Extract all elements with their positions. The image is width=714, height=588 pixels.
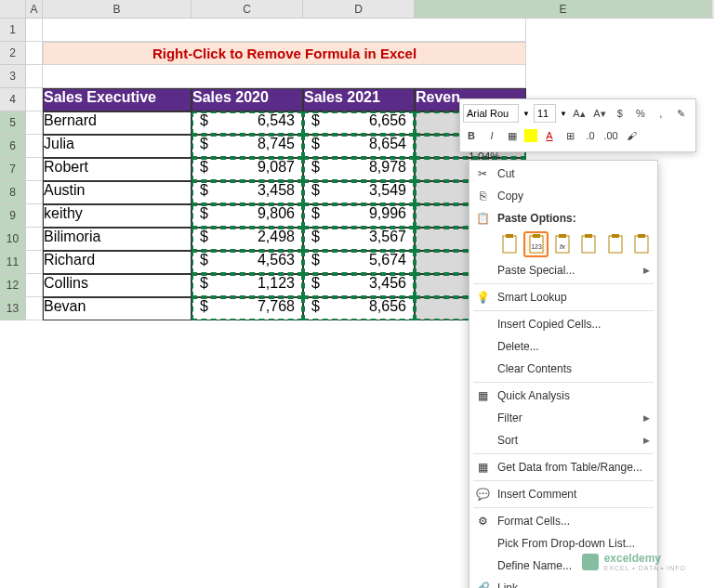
- corner-cell[interactable]: [0, 0, 26, 18]
- menu-format-cells[interactable]: ⚙Format Cells...: [469, 510, 657, 532]
- grid[interactable]: Right-Click to Remove Formula in Excel S…: [26, 19, 526, 320]
- currency-icon[interactable]: $: [612, 105, 628, 122]
- decrease-decimal-icon[interactable]: .0: [582, 127, 599, 144]
- row-header[interactable]: 13: [0, 297, 26, 320]
- increase-decimal-icon[interactable]: .00: [602, 127, 619, 144]
- table-row-s2020[interactable]: $2,498: [192, 228, 303, 251]
- menu-smart-lookup[interactable]: 💡Smart Lookup: [469, 286, 657, 308]
- border-icon[interactable]: ▦: [504, 127, 521, 144]
- fill-color-icon[interactable]: [524, 129, 537, 142]
- chevron-right-icon: ▶: [643, 413, 650, 423]
- row-header[interactable]: 6: [0, 135, 26, 158]
- row-header[interactable]: 8: [0, 181, 26, 204]
- col-header-d[interactable]: D: [303, 0, 415, 18]
- menu-delete[interactable]: Delete...: [469, 335, 657, 358]
- row-header[interactable]: 2: [0, 42, 26, 65]
- table-row-s2021[interactable]: $8,978: [303, 158, 415, 181]
- chevron-right-icon: ▶: [643, 266, 650, 275]
- separator: [473, 382, 654, 383]
- col-header-c[interactable]: C: [192, 0, 303, 18]
- table-row-s2021[interactable]: $3,456: [303, 274, 415, 297]
- paste-formulas-icon[interactable]: fx: [550, 231, 575, 257]
- table-row-name[interactable]: Julia: [43, 135, 192, 158]
- table-row-name[interactable]: Collins: [43, 274, 192, 297]
- row-header[interactable]: 7: [0, 158, 26, 181]
- table-row-s2020[interactable]: $4,563: [192, 251, 303, 274]
- increase-font-icon[interactable]: A▴: [571, 105, 588, 122]
- row-header[interactable]: 3: [0, 65, 26, 88]
- borders-icon[interactable]: ⊞: [562, 127, 578, 144]
- table-row-s2021[interactable]: $6,656: [303, 111, 415, 135]
- menu-filter[interactable]: Filter▶: [469, 407, 657, 429]
- table-row-s2020[interactable]: $1,123: [192, 274, 303, 297]
- percent-icon[interactable]: %: [632, 105, 649, 122]
- row-header[interactable]: 5: [0, 111, 26, 135]
- header-sales-2020[interactable]: Sales 2020: [192, 88, 303, 111]
- logo-icon: [582, 554, 599, 570]
- table-row-s2021[interactable]: $3,549: [303, 181, 415, 204]
- dropdown-icon[interactable]: ▼: [560, 110, 567, 118]
- table-row-name[interactable]: Bernard: [43, 111, 192, 135]
- paste-transpose-icon[interactable]: [576, 231, 601, 257]
- table-row-s2020[interactable]: $7,768: [192, 297, 303, 320]
- font-color-icon[interactable]: A: [541, 127, 558, 144]
- table-row-s2021[interactable]: $3,567: [303, 228, 415, 251]
- table-row-s2020[interactable]: $8,745: [192, 135, 303, 158]
- paste-link-icon[interactable]: [629, 231, 654, 257]
- italic-button[interactable]: I: [483, 127, 500, 144]
- header-sales-2021[interactable]: Sales 2021: [303, 88, 415, 111]
- table-row-s2020[interactable]: $9,806: [192, 204, 303, 228]
- header-executive[interactable]: Sales Executive: [43, 88, 192, 111]
- table-row-s2021[interactable]: $9,996: [303, 204, 415, 228]
- table-row-name[interactable]: Robert: [43, 158, 192, 181]
- table-row-s2020[interactable]: $9,087: [192, 158, 303, 181]
- menu-sort[interactable]: Sort▶: [469, 429, 657, 451]
- paste-normal-icon[interactable]: [497, 231, 522, 257]
- table-row-s2020[interactable]: $6,543: [192, 111, 303, 135]
- menu-insert-comment[interactable]: 💬Insert Comment: [469, 483, 657, 505]
- font-name-input[interactable]: [463, 104, 519, 123]
- decrease-font-icon[interactable]: A▾: [591, 105, 608, 122]
- row-header[interactable]: 1: [0, 19, 26, 42]
- dropdown-icon[interactable]: ▼: [522, 110, 530, 118]
- bold-button[interactable]: B: [463, 127, 480, 144]
- menu-link[interactable]: 🔗Link: [469, 577, 657, 588]
- title-cell[interactable]: Right-Click to Remove Formula in Excel: [43, 42, 526, 65]
- svg-rect-10: [609, 236, 622, 253]
- table-row-name[interactable]: keithy: [43, 204, 192, 228]
- menu-insert-copied[interactable]: Insert Copied Cells...: [469, 313, 657, 335]
- table-row-name[interactable]: Austin: [43, 181, 192, 204]
- table-row-s2020[interactable]: $3,458: [192, 181, 303, 204]
- format-painter-icon[interactable]: ✎: [673, 105, 690, 122]
- column-headers: A B C D E: [0, 0, 714, 19]
- separator: [473, 283, 654, 284]
- menu-copy[interactable]: ⎘Copy: [469, 185, 657, 207]
- menu-get-data[interactable]: ▦Get Data from Table/Range...: [469, 456, 657, 478]
- row-header[interactable]: 9: [0, 204, 26, 228]
- col-header-a[interactable]: A: [26, 0, 43, 18]
- svg-text:123: 123: [531, 243, 542, 250]
- paste-formatting-icon[interactable]: [602, 231, 627, 257]
- table-row-s2021[interactable]: $5,674: [303, 251, 415, 274]
- table-row-s2021[interactable]: $8,654: [303, 135, 415, 158]
- font-size-input[interactable]: [534, 104, 556, 123]
- comma-icon[interactable]: ,: [653, 105, 669, 122]
- paste-values-icon[interactable]: 123: [523, 231, 548, 257]
- format-painter-icon[interactable]: 🖌: [623, 127, 640, 144]
- menu-cut[interactable]: ✂Cut: [469, 163, 657, 185]
- table-row-name[interactable]: Bilimoria: [43, 228, 192, 251]
- row-header[interactable]: 10: [0, 228, 26, 251]
- paste-options-row: 123 fx: [469, 229, 657, 259]
- table-row-s2021[interactable]: $8,656: [303, 297, 415, 320]
- table-row-name[interactable]: Bevan: [43, 297, 192, 320]
- col-header-b[interactable]: B: [43, 0, 192, 18]
- menu-clear-contents[interactable]: Clear Contents: [469, 358, 657, 380]
- row-header[interactable]: 12: [0, 274, 26, 297]
- row-header[interactable]: 11: [0, 251, 26, 274]
- menu-quick-analysis[interactable]: ▦Quick Analysis: [469, 385, 657, 407]
- menu-paste-special[interactable]: Paste Special...▶: [469, 259, 657, 281]
- table-row-name[interactable]: Richard: [43, 251, 192, 274]
- col-header-e[interactable]: E: [415, 0, 712, 18]
- row-header[interactable]: 4: [0, 88, 26, 111]
- svg-rect-13: [638, 234, 645, 238]
